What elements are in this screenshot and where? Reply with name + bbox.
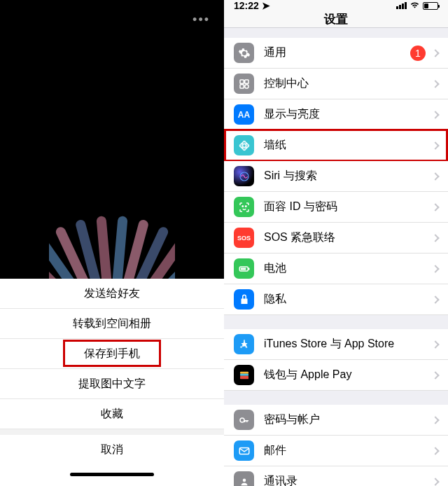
status-bar: 12:22 ➤ [224,0,448,11]
settings-row-mail[interactable]: 邮件 [224,436,448,466]
more-icon[interactable]: ••• [192,13,210,27]
privacy-icon [234,289,254,310]
row-label: 通用 [264,46,410,60]
chevron-right-icon [431,265,439,272]
row-label: 显示与亮度 [264,107,433,122]
faceid-icon [234,197,254,217]
svg-rect-0 [240,80,244,83]
chevron-right-icon [431,172,439,180]
location-icon: ➤ [262,0,270,11]
settings-row-wallpaper[interactable]: 墙纸 [224,130,448,161]
row-label: 密码与帐户 [264,412,433,427]
control-center-icon [234,74,254,94]
row-label: 墙纸 [264,138,433,153]
wifi-icon [410,1,420,11]
settings-row-display[interactable]: AA显示与亮度 [224,99,448,130]
chevron-right-icon [431,49,439,57]
display-icon: AA [234,104,254,125]
action-3[interactable]: 提取图中文字 [0,369,224,399]
row-label: SOS 紧急联络 [264,230,433,245]
settings-row-appstore[interactable]: iTunes Store 与 App Store [224,329,448,360]
svg-point-19 [242,478,246,482]
chevron-right-icon [431,371,439,379]
chevron-right-icon [431,80,439,88]
passwords-icon [234,410,254,430]
svg-point-4 [242,144,246,147]
svg-point-5 [240,141,248,149]
chevron-right-icon [431,234,439,242]
row-label: 电池 [264,261,433,276]
row-label: Siri 与搜索 [264,169,433,183]
action-0[interactable]: 发送给好友 [0,279,224,309]
chevron-right-icon [431,447,439,454]
action-2[interactable]: 保存到手机 [0,339,224,369]
siri-icon [234,166,254,186]
wallet-icon [234,365,254,385]
gear-icon [234,43,254,63]
chevron-right-icon [431,203,439,211]
svg-rect-1 [244,80,248,83]
svg-rect-15 [240,373,248,375]
svg-rect-12 [248,268,250,270]
row-label: iTunes Store 与 App Store [264,337,433,352]
row-label: 隐私 [264,292,433,307]
svg-point-3 [244,84,248,88]
chevron-right-icon [431,141,439,149]
sos-icon: SOS [234,228,254,248]
home-indicator [0,465,224,483]
row-label: 通讯录 [264,474,433,486]
chevron-right-icon [431,296,439,303]
badge: 1 [410,46,426,61]
settings-row-wallet[interactable]: 钱包与 Apple Pay [224,360,448,391]
svg-rect-16 [240,375,248,379]
svg-rect-13 [240,268,246,270]
appstore-icon [234,334,254,354]
svg-rect-2 [240,84,244,88]
svg-point-9 [242,205,244,207]
contacts-icon [234,471,254,486]
row-label: 钱包与 Apple Pay [264,368,433,382]
battery-icon [234,258,254,279]
signal-icon [396,2,407,9]
right-phone: 12:22 ➤ 设置 通用1控制中心AA显示与亮度墙纸Siri 与搜索面容 ID… [224,0,448,486]
chevron-right-icon [431,416,439,424]
page-title: 设置 [224,11,448,28]
svg-rect-14 [240,371,248,373]
action-4[interactable]: 收藏 [0,399,224,429]
settings-row-control-center[interactable]: 控制中心 [224,69,448,99]
row-label: 控制中心 [264,76,433,91]
settings-row-gear[interactable]: 通用1 [224,38,448,69]
left-phone: ••• 发送给好友转载到空间相册保存到手机提取图中文字收藏取消 [0,0,224,486]
status-time: 12:22 [234,0,259,11]
row-label: 邮件 [264,443,433,458]
chevron-right-icon [431,111,439,118]
chevron-right-icon [431,340,439,348]
fan-image [49,209,175,279]
wallpaper-icon [234,135,254,155]
chevron-right-icon [431,478,439,485]
settings-row-faceid[interactable]: 面容 ID 与密码 [224,192,448,223]
settings-row-passwords[interactable]: 密码与帐户 [224,405,448,436]
svg-point-17 [240,418,244,422]
settings-list: 通用1控制中心AA显示与亮度墙纸Siri 与搜索面容 ID 与密码SOSSOS … [224,28,448,486]
action-1[interactable]: 转载到空间相册 [0,309,224,339]
settings-row-contacts[interactable]: 通讯录 [224,466,448,486]
cancel-button[interactable]: 取消 [0,435,224,465]
battery-icon [423,2,438,10]
action-sheet: 发送给好友转载到空间相册保存到手机提取图中文字收藏取消 [0,279,224,486]
settings-row-sos[interactable]: SOSSOS 紧急联络 [224,223,448,254]
svg-point-10 [245,205,246,207]
settings-row-siri[interactable]: Siri 与搜索 [224,161,448,192]
row-label: 面容 ID 与密码 [264,200,433,214]
mail-icon [234,440,254,461]
settings-row-privacy[interactable]: 隐私 [224,284,448,315]
image-preview: ••• [0,0,224,279]
settings-row-battery[interactable]: 电池 [224,254,448,284]
